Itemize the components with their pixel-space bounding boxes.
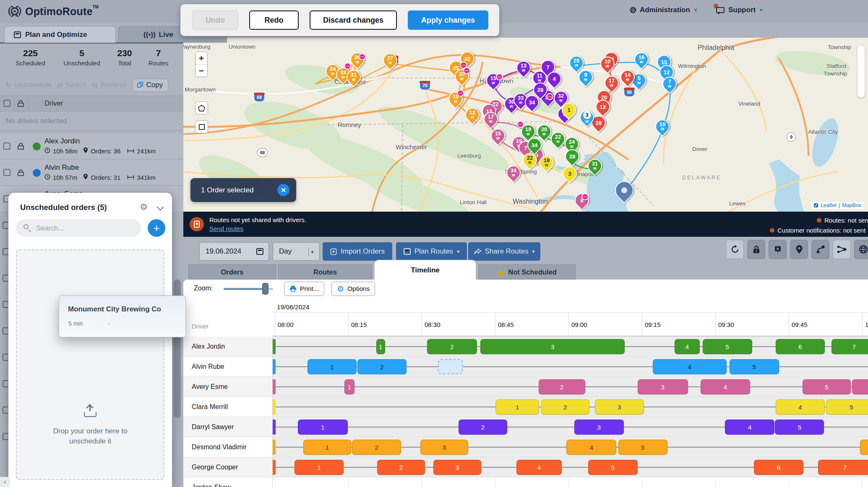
- globe-button[interactable]: [854, 240, 868, 259]
- map-zoom-out-button[interactable]: −: [195, 65, 207, 77]
- route-stop-block[interactable]: 5: [703, 339, 752, 354]
- date-input[interactable]: 19.06.2024: [199, 242, 269, 261]
- route-stop-block[interactable]: 1: [344, 379, 355, 394]
- send-routes-link[interactable]: Send routes: [209, 225, 243, 232]
- map-cluster-dot[interactable]: ⋯: [457, 90, 464, 97]
- route-stop-block[interactable]: 5: [803, 379, 851, 394]
- route-stop-block[interactable]: 3: [420, 440, 468, 455]
- route-stop-block[interactable]: 4: [566, 440, 616, 455]
- deselect-close-button[interactable]: ✕: [277, 184, 289, 196]
- driver-row[interactable]: Alvin Rube10h 57mOrders: 31341km: [0, 160, 183, 186]
- route-stop-block[interactable]: 2: [539, 379, 585, 394]
- route-stop-block[interactable]: 5: [588, 460, 638, 475]
- import-orders-button[interactable]: Import Orders: [323, 242, 392, 261]
- lock-icon[interactable]: [18, 169, 24, 176]
- route-stop-block[interactable]: 2: [352, 440, 401, 455]
- route-stop-block[interactable]: 4: [516, 460, 561, 475]
- chevron-down-icon[interactable]: [157, 204, 164, 211]
- refresh-button[interactable]: [726, 240, 744, 259]
- undo-button[interactable]: Undo: [192, 10, 238, 30]
- route-stop-block[interactable]: 1: [303, 440, 351, 455]
- map-cluster-dot[interactable]: ⋯: [359, 53, 366, 60]
- route-stop-block[interactable]: 1: [308, 359, 357, 374]
- route-stop-block[interactable]: 7: [818, 460, 868, 475]
- tab-routes[interactable]: Routes: [278, 264, 372, 280]
- tab-orders[interactable]: Orders: [188, 264, 276, 280]
- drop-placeholder[interactable]: [438, 359, 463, 374]
- route-stop-block[interactable]: 2: [357, 359, 407, 374]
- route-stop-block[interactable]: 5: [775, 420, 824, 435]
- lock-routes-button[interactable]: [747, 240, 765, 259]
- map[interactable]: + − WaynesburgUniontownMorgantownCumberl…: [183, 38, 868, 212]
- route-stop-block[interactable]: 2: [459, 420, 508, 435]
- map-cluster-dot[interactable]: ⋯: [463, 67, 470, 74]
- share-routes-button[interactable]: Share Routes▾: [468, 242, 540, 261]
- route-stop-block[interactable]: 1: [295, 460, 344, 475]
- split-route-button[interactable]: [833, 240, 851, 259]
- driver-row[interactable]: Alex Jordin10h 58mOrders: 36241km: [0, 133, 183, 159]
- unschedule-drop-zone[interactable]: Drop your order here to unschedule it: [16, 249, 164, 480]
- map-cluster-dot[interactable]: ⋯: [581, 193, 589, 200]
- route-stop-block[interactable]: 2: [377, 460, 425, 475]
- redo-button[interactable]: Redo: [249, 10, 299, 30]
- route-stop-block[interactable]: 3: [595, 399, 644, 414]
- discard-changes-button[interactable]: Discard changes: [310, 10, 397, 30]
- range-select[interactable]: Day ▾: [273, 242, 320, 261]
- order-drag-card[interactable]: Monument City Brewing Co 5 min -: [59, 295, 186, 337]
- map-zoom-in-button[interactable]: +: [195, 52, 207, 65]
- apply-changes-button[interactable]: Apply changes: [408, 10, 488, 30]
- driver-checkbox[interactable]: [3, 142, 10, 150]
- print-button[interactable]: Print...: [284, 282, 324, 296]
- route-stops-button[interactable]: [811, 240, 829, 259]
- route-stop-block[interactable]: 5: [618, 440, 667, 455]
- route-stop-block[interactable]: 1: [376, 339, 385, 354]
- map-cluster-dot[interactable]: ⋯: [546, 93, 553, 100]
- map-cluster-dot[interactable]: ⋯: [517, 121, 524, 128]
- lock-icon[interactable]: [18, 143, 24, 150]
- route-stop-block[interactable]: 1: [298, 420, 348, 435]
- tab-plan-and-optimize[interactable]: Plan and Optimize: [4, 26, 116, 43]
- map-polygon-select-button[interactable]: [195, 101, 208, 114]
- copy-button[interactable]: Copy: [133, 79, 168, 92]
- bookmark-star-button[interactable]: [769, 240, 787, 259]
- route-stop-block[interactable]: 7: [832, 339, 868, 354]
- unschedule-button[interactable]: ↻Unschedule: [5, 80, 52, 90]
- route-stop-block[interactable]: 3: [433, 460, 481, 475]
- collapse-panel-button[interactable]: ‹: [0, 477, 10, 487]
- mapbox-link[interactable]: MapBox: [842, 202, 861, 208]
- route-stop-block[interactable]: 6: [754, 460, 803, 475]
- map-rectangle-select-button[interactable]: [195, 120, 208, 133]
- route-stop-block[interactable]: 3: [638, 379, 688, 394]
- switch-button[interactable]: ⇄Switch: [57, 80, 86, 90]
- route-stop-block[interactable]: 1: [495, 399, 539, 414]
- route-stop-block[interactable]: 6: [776, 339, 825, 354]
- select-all-checkbox[interactable]: [3, 100, 10, 107]
- route-stop-block[interactable]: 5: [730, 359, 779, 374]
- route-stop-block[interactable]: 5: [826, 399, 868, 414]
- leaflet-link[interactable]: Leaflet: [821, 202, 837, 208]
- driver-checkbox[interactable]: [3, 169, 10, 176]
- map-cluster-dot[interactable]: ⋯: [496, 73, 503, 80]
- route-stop-block[interactable]: 3: [480, 339, 625, 354]
- lock-icon[interactable]: [18, 100, 24, 107]
- tab-timeline[interactable]: Timeline: [374, 260, 476, 280]
- route-stop-block[interactable]: 4: [776, 399, 825, 414]
- route-stop-block[interactable]: 2: [427, 339, 477, 354]
- unscheduled-search-input[interactable]: Search...: [16, 219, 141, 237]
- route-stop-block[interactable]: 3: [574, 420, 624, 435]
- route-stop-block[interactable]: 4: [675, 339, 700, 354]
- plan-routes-button[interactable]: Plan Routes▾: [396, 242, 467, 261]
- add-order-button[interactable]: +: [148, 219, 165, 237]
- options-button[interactable]: ⚙ Options: [331, 282, 375, 296]
- route-stop-block[interactable]: [860, 440, 868, 455]
- map-cluster-dot[interactable]: ⋯: [344, 62, 351, 70]
- route-stop-block[interactable]: 4: [701, 379, 750, 394]
- administration-menu[interactable]: ⚙ Administration ▼: [629, 6, 698, 14]
- show-pins-button[interactable]: [790, 240, 808, 259]
- map-side-handle[interactable]: [858, 45, 865, 98]
- reverse-button[interactable]: ⇆Reverse: [91, 80, 127, 90]
- route-stop-block[interactable]: 4: [653, 359, 727, 374]
- gear-icon[interactable]: ⚙: [140, 202, 148, 212]
- route-stop-block[interactable]: 2: [541, 399, 590, 414]
- zoom-slider-thumb[interactable]: [262, 283, 268, 295]
